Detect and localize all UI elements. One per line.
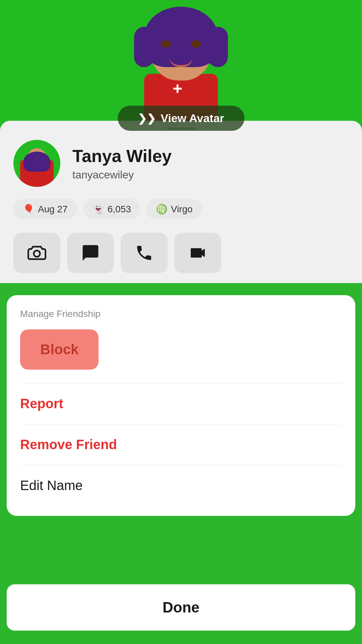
chat-button[interactable] xyxy=(67,233,114,273)
edit-name-label: Edit Name xyxy=(20,478,83,493)
bitmoji-cross-symbol xyxy=(174,84,188,97)
bitmoji-hair-left xyxy=(134,27,154,67)
snapscore-label: 6,053 xyxy=(108,204,131,215)
profile-badges: 🎈 Aug 27 👻 6,053 ♍ Virgo xyxy=(13,199,349,219)
edit-name-button[interactable]: Edit Name xyxy=(20,469,342,502)
divider-1 xyxy=(20,383,342,383)
done-section: Done xyxy=(7,584,355,631)
report-button[interactable]: Report xyxy=(20,387,342,421)
birthday-badge[interactable]: 🎈 Aug 27 xyxy=(13,199,77,219)
snapscore-badge[interactable]: 👻 6,053 xyxy=(83,199,140,219)
profile-name: Tanya Wiley xyxy=(72,146,349,166)
chat-icon xyxy=(81,244,100,262)
phone-icon xyxy=(135,244,154,262)
video-icon xyxy=(188,244,207,262)
mini-avatar-head xyxy=(27,148,47,170)
block-button[interactable]: Block xyxy=(20,329,99,370)
camera-button[interactable] xyxy=(13,233,60,273)
svg-rect-1 xyxy=(191,248,201,258)
mini-avatar-hair xyxy=(23,152,50,172)
phone-button[interactable] xyxy=(121,233,168,273)
zodiac-badge[interactable]: ♍ Virgo xyxy=(146,199,202,219)
action-buttons xyxy=(13,233,349,273)
view-avatar-button[interactable]: ❯❯ View Avatar xyxy=(118,106,244,131)
avatar-section: ❯❯ View Avatar xyxy=(0,0,362,141)
svg-point-0 xyxy=(34,251,40,257)
profile-username: tanyacewiley xyxy=(72,169,349,181)
divider-3 xyxy=(20,465,342,465)
profile-card: Tanya Wiley tanyacewiley 🎈 Aug 27 👻 6,05… xyxy=(0,121,362,283)
ghost-icon: 👻 xyxy=(93,204,104,215)
done-button[interactable]: Done xyxy=(7,584,355,631)
view-avatar-label: View Avatar xyxy=(161,112,224,125)
bitmoji-eye-right xyxy=(191,40,201,48)
birthday-label: Aug 27 xyxy=(38,204,68,215)
report-label: Report xyxy=(20,396,63,411)
remove-friend-button[interactable]: Remove Friend xyxy=(20,428,342,462)
block-label: Block xyxy=(40,341,78,357)
divider-2 xyxy=(20,424,342,424)
manage-friendship-title: Manage Friendship xyxy=(20,309,342,319)
bitmoji-head xyxy=(151,17,211,80)
video-button[interactable] xyxy=(174,233,221,273)
manage-friendship-modal: Manage Friendship Block Report Remove Fr… xyxy=(7,295,355,516)
bitmoji-eye-left xyxy=(161,40,171,48)
zodiac-label: Virgo xyxy=(171,204,193,215)
camera-icon xyxy=(27,244,46,262)
bitmoji-eyes xyxy=(161,40,201,48)
remove-friend-label: Remove Friend xyxy=(20,437,117,452)
chevron-down-icon: ❯❯ xyxy=(138,112,156,125)
virgo-icon: ♍ xyxy=(156,204,168,215)
profile-header: Tanya Wiley tanyacewiley xyxy=(13,140,349,187)
bitmoji-hair-right xyxy=(208,27,228,67)
profile-info: Tanya Wiley tanyacewiley xyxy=(72,146,349,181)
done-label: Done xyxy=(163,599,199,615)
birthday-icon: 🎈 xyxy=(23,204,35,215)
avatar[interactable] xyxy=(13,140,60,187)
